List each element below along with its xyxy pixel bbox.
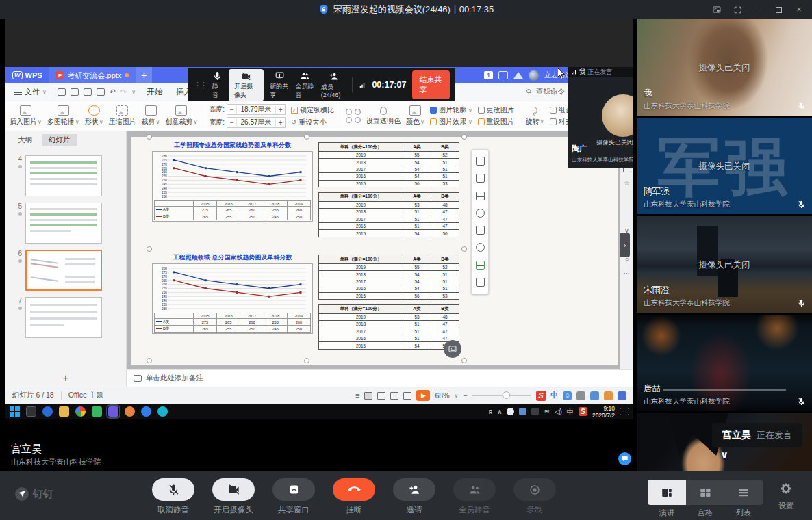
zoom-out-button[interactable]: − xyxy=(463,391,467,400)
taskbar-clock[interactable]: 9:10 2020/7/2 xyxy=(592,405,615,419)
print-icon[interactable] xyxy=(84,88,92,96)
resize-handle[interactable] xyxy=(461,134,467,140)
skin-icon[interactable] xyxy=(513,72,523,79)
overlay-participant-tile[interactable]: 我 正在发言 摄像头已关闭 陶广 山东科技大学泰山科技学院 xyxy=(568,67,633,168)
spreadsheet-icon[interactable] xyxy=(476,261,485,270)
app-tray-icon[interactable] xyxy=(531,408,539,415)
members-button[interactable]: 成员(24/46) xyxy=(321,71,346,99)
hang-up-button[interactable]: 挂断 xyxy=(324,471,384,515)
zoom-slider-knob[interactable] xyxy=(503,391,510,399)
view-speaker-button[interactable]: 演讲 xyxy=(648,471,686,518)
slide-thumbnail-5[interactable] xyxy=(25,203,102,244)
width-spinner[interactable]: 宽度: −26.57厘米+ xyxy=(209,117,286,128)
taskbar-app-browser[interactable] xyxy=(141,406,151,417)
view-list-button[interactable]: 列表 xyxy=(724,471,763,518)
share-mute-button[interactable]: 静音 xyxy=(212,70,223,100)
compress-picture-button[interactable]: 压缩图片 xyxy=(109,105,136,127)
slide-sorter-icon[interactable] xyxy=(377,392,385,400)
width-value[interactable]: 26.57厘米 xyxy=(237,118,275,127)
taskbar-app-green[interactable] xyxy=(92,406,102,417)
taskbar-app-explorer[interactable] xyxy=(59,406,69,417)
slide-canvas[interactable]: 工学照顾专业总分国家线趋势图及单科分数 23023524024525025526… xyxy=(127,131,620,369)
preview-icon[interactable] xyxy=(97,88,105,96)
resize-handle[interactable] xyxy=(461,246,467,252)
drag-handle-icon[interactable]: ⋮⋮ xyxy=(194,81,206,90)
tray-expand-icon[interactable]: ∧ xyxy=(497,408,502,415)
handout-view-icon[interactable] xyxy=(403,392,411,400)
reset-picture-button[interactable]: 重设图片 xyxy=(478,117,514,127)
contrast-up-icon[interactable] xyxy=(346,117,352,123)
window-icon[interactable] xyxy=(476,278,485,287)
creative-crop-button[interactable]: 创意裁剪∨ xyxy=(165,105,197,127)
chat-button[interactable] xyxy=(618,452,631,465)
share-mute-all-button[interactable]: 全员静音 xyxy=(296,70,315,100)
volume-icon[interactable]: ◁) xyxy=(555,408,562,415)
chart-icon[interactable] xyxy=(476,226,485,235)
object-quick-toolbar[interactable] xyxy=(471,149,489,294)
theme-name[interactable]: Office 主题 xyxy=(68,391,103,400)
status-menu-icon[interactable]: ≡ xyxy=(355,391,359,400)
insert-media-button[interactable] xyxy=(444,340,461,358)
color-button[interactable]: 颜色∨ xyxy=(406,105,424,127)
taskbar-app-active[interactable] xyxy=(108,406,118,417)
ime-lang-icon[interactable]: 中 xyxy=(551,391,559,400)
new-slide-button[interactable]: + xyxy=(5,369,127,387)
wps-account-avatar[interactable] xyxy=(529,70,539,81)
zoom-slider[interactable] xyxy=(472,395,531,396)
new-share-button[interactable]: 新的共享 xyxy=(270,70,289,100)
settings-button[interactable]: 设置 xyxy=(776,471,796,511)
start-button[interactable] xyxy=(10,406,20,417)
start-camera-button[interactable]: 开启摄像头 xyxy=(203,471,264,515)
taskbar-app-orange[interactable] xyxy=(125,406,135,417)
menu-tab-home[interactable]: 开始 xyxy=(147,87,162,97)
view-grid-button[interactable]: 宫格 xyxy=(686,471,724,518)
normal-view-icon[interactable] xyxy=(364,392,372,400)
sogou-ime-icon[interactable]: S xyxy=(536,391,546,401)
ime-skin-icon[interactable] xyxy=(604,391,613,400)
quickbar-more-icon[interactable]: ∨ xyxy=(131,89,136,95)
height-plus-button[interactable]: + xyxy=(275,106,285,114)
participant-tile-sui[interactable]: 军强 摄像头已关闭 隋军强 山东科技大学泰山科技学院 xyxy=(637,118,812,214)
slide-thumbnail-6-selected[interactable] xyxy=(25,250,102,291)
resize-handle[interactable] xyxy=(461,358,467,363)
shape-icon[interactable] xyxy=(476,243,485,252)
shapes-button[interactable]: 形状∨ xyxy=(85,105,103,127)
resize-handle[interactable] xyxy=(304,134,309,140)
wps-document-tab[interactable]: P 考研交流会.pptx xyxy=(49,67,136,83)
reading-view-icon[interactable] xyxy=(390,392,398,400)
command-search[interactable]: 查找命令 xyxy=(525,87,565,96)
participant-tile-song[interactable]: 摄像头已关闭 宋雨澄 山东科技大学泰山科技学院 xyxy=(637,216,812,313)
output-icon[interactable] xyxy=(71,88,79,96)
slides-tab[interactable]: 幻灯片 xyxy=(42,134,77,146)
collab-count-badge[interactable]: 1 xyxy=(484,71,493,79)
ime-indicator[interactable]: 中 xyxy=(567,407,574,417)
slide-thumbnail-4[interactable] xyxy=(25,155,102,196)
end-share-button[interactable]: 结束共享 xyxy=(412,70,450,99)
multi-picture-carousel-button[interactable]: 多图轮播∨ xyxy=(47,105,79,127)
participant-tile-me[interactable]: 摄像头已关闭 我 山东科技大学泰山科技学院 xyxy=(637,19,812,116)
notes-bar[interactable]: 单击此处添加备注 xyxy=(127,369,633,387)
height-spinner[interactable]: 高度: −18.79厘米+ xyxy=(209,104,286,115)
sogou-tray-icon[interactable]: S xyxy=(579,407,587,416)
more-icon[interactable]: ⋯ xyxy=(624,270,631,277)
scroll-down-icon[interactable]: ∨ xyxy=(720,449,728,461)
resize-handle[interactable] xyxy=(147,246,152,252)
close-button[interactable]: × xyxy=(790,2,808,17)
change-picture-button[interactable]: 更改图片 xyxy=(478,105,514,115)
resize-handle[interactable] xyxy=(147,358,152,363)
height-value[interactable]: 18.79厘米 xyxy=(237,105,275,114)
wifi-icon[interactable]: ≋ xyxy=(544,408,549,415)
star-icon[interactable]: ☆ xyxy=(624,179,630,187)
ime-emoji-icon[interactable]: ☺ xyxy=(563,391,572,400)
taskbar-app-c[interactable] xyxy=(157,406,168,417)
share-camera-button[interactable]: 开启摄像头 xyxy=(229,69,264,101)
slideshow-button[interactable]: ▶ xyxy=(416,390,430,401)
picture-outline-button[interactable]: 图片轮廓∨ xyxy=(430,105,472,115)
float-window-button[interactable] xyxy=(708,2,726,17)
mute-all-button[interactable]: 全员静音 xyxy=(444,471,505,515)
contrast-down-icon[interactable] xyxy=(355,117,361,123)
height-minus-button[interactable]: − xyxy=(227,106,237,114)
taskbar-app-chrome[interactable] xyxy=(75,406,86,417)
task-view-button[interactable] xyxy=(26,406,36,417)
ime-mic-icon[interactable] xyxy=(576,391,585,400)
